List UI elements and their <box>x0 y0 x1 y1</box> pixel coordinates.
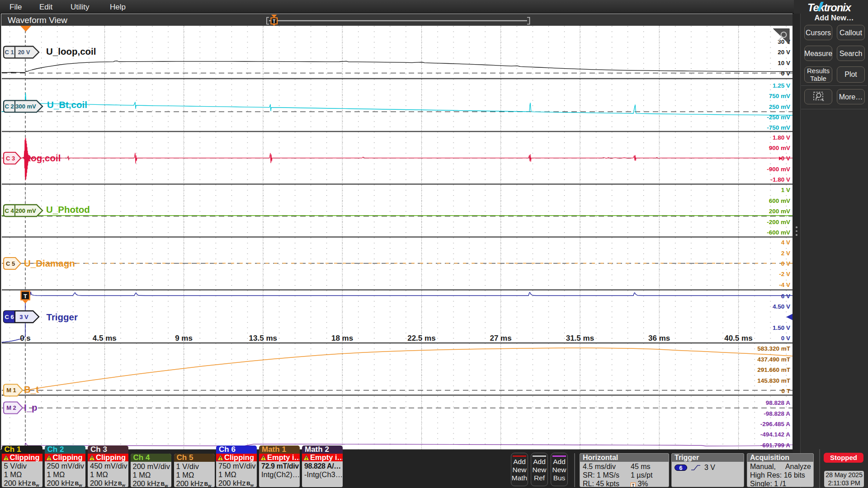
svg-text:200 mV: 200 mV <box>15 207 36 214</box>
svg-text:C 1: C 1 <box>5 49 14 56</box>
svg-text:13.5 ms: 13.5 ms <box>249 334 277 343</box>
svg-text:C 2: C 2 <box>5 103 14 110</box>
svg-text:98.828 A: 98.828 A <box>766 399 791 406</box>
svg-text:300 mV: 300 mV <box>15 103 36 110</box>
svg-text:-600 mV: -600 mV <box>767 229 790 236</box>
svg-text:-494.142 A: -494.142 A <box>760 431 791 438</box>
svg-text:-98.828 A: -98.828 A <box>764 410 790 417</box>
svg-text:1.50 V: 1.50 V <box>773 324 790 331</box>
svg-text:-750 mV: -750 mV <box>767 124 790 131</box>
svg-text:4 V: 4 V <box>781 239 790 246</box>
svg-text:437.490 mT: 437.490 mT <box>757 356 791 363</box>
svg-text:20 V: 20 V <box>778 49 790 56</box>
svg-text:0 T: 0 T <box>781 388 790 394</box>
svg-text:-250 mV: -250 mV <box>767 114 790 121</box>
svg-text:1 V: 1 V <box>781 187 790 193</box>
svg-text:6 V: 6 V <box>781 293 790 300</box>
svg-text:31.5 ms: 31.5 ms <box>566 334 594 343</box>
svg-text:0 V: 0 V <box>781 260 790 267</box>
svg-text:-2 V: -2 V <box>779 271 790 277</box>
svg-text:1.80 V: 1.80 V <box>773 134 790 141</box>
svg-text:-200 mV: -200 mV <box>767 219 790 225</box>
svg-text:Trigger: Trigger <box>47 312 78 322</box>
svg-text:600 mV: 600 mV <box>769 197 790 204</box>
svg-text:U_loop,coil: U_loop,coil <box>46 46 96 56</box>
svg-text:-296.485 A: -296.485 A <box>760 421 791 427</box>
svg-text:900 mV: 900 mV <box>769 145 790 151</box>
svg-text:0 V: 0 V <box>781 70 790 77</box>
svg-text:M 2: M 2 <box>6 404 16 411</box>
svg-text:9 ms: 9 ms <box>175 334 193 343</box>
svg-text:C 4: C 4 <box>5 207 14 214</box>
svg-text:U_Diamagn: U_Diamagn <box>24 258 75 268</box>
svg-text:C 6: C 6 <box>5 314 14 320</box>
svg-text:40.5 ms: 40.5 ms <box>724 334 752 343</box>
svg-text:B_t: B_t <box>24 384 39 394</box>
svg-text:M 1: M 1 <box>6 387 16 394</box>
svg-text:583.320 mT: 583.320 mT <box>757 345 791 352</box>
svg-text:I_p: I_p <box>24 402 38 413</box>
svg-text:0 V: 0 V <box>781 335 790 342</box>
svg-text:4.5 ms: 4.5 ms <box>93 334 117 343</box>
svg-text:0 s: 0 s <box>20 334 31 343</box>
svg-text:-1.80 V: -1.80 V <box>770 176 790 183</box>
svg-text:22.5 ms: 22.5 ms <box>407 334 435 343</box>
svg-text:145.830 mT: 145.830 mT <box>757 377 791 384</box>
svg-text:T: T <box>273 19 275 24</box>
svg-text:27 ms: 27 ms <box>490 334 511 343</box>
svg-text:200 mV: 200 mV <box>769 208 790 215</box>
svg-text:750 mV: 750 mV <box>769 93 790 99</box>
svg-text:T: T <box>24 293 27 300</box>
svg-text:36 ms: 36 ms <box>648 334 670 343</box>
svg-text:U_Photod: U_Photod <box>46 204 90 215</box>
svg-text:C 3: C 3 <box>6 155 15 162</box>
svg-text:-4 V: -4 V <box>779 282 790 288</box>
svg-text:U_Bt,coil: U_Bt,coil <box>47 99 87 110</box>
svg-text:0 V: 0 V <box>781 155 790 162</box>
svg-text:250 mV: 250 mV <box>769 103 790 110</box>
svg-text:C 5: C 5 <box>6 260 15 267</box>
svg-text:10 V: 10 V <box>778 60 790 66</box>
svg-text:18 ms: 18 ms <box>331 334 353 343</box>
svg-text:2 V: 2 V <box>781 250 790 257</box>
svg-text:1.25 V: 1.25 V <box>773 82 790 89</box>
svg-text:-900 mV: -900 mV <box>767 166 790 173</box>
svg-text:-691.799 A: -691.799 A <box>760 442 791 449</box>
svg-text:20 V: 20 V <box>18 49 30 56</box>
svg-text:3 V: 3 V <box>19 314 28 320</box>
svg-text:4.50 V: 4.50 V <box>773 303 790 310</box>
svg-text:Rog,coil: Rog,coil <box>24 153 61 163</box>
svg-text:291.660 mT: 291.660 mT <box>757 366 791 373</box>
